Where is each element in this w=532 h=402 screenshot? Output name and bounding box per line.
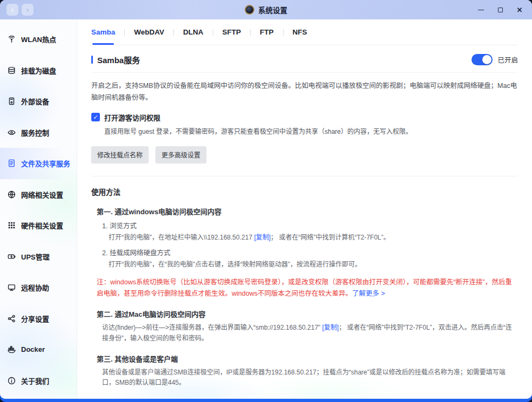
sidebar-item-label: Docker bbox=[21, 345, 45, 353]
copy-ip-link[interactable]: [复制] bbox=[254, 234, 271, 241]
sidebar: WLAN热点 挂载为磁盘 外部设备 服务控制 文件及共享服务 bbox=[0, 19, 77, 399]
wifi-hotspot-icon bbox=[7, 35, 16, 44]
tab-bar: Samba WebDAV DLNA SFTP FTP NFS bbox=[91, 19, 518, 45]
forward-button[interactable]: › bbox=[22, 4, 33, 16]
service-control-icon bbox=[7, 128, 16, 137]
toggle-knob bbox=[482, 55, 491, 64]
tab-nfs[interactable]: NFS bbox=[293, 20, 307, 44]
tab-dlna[interactable]: DLNA bbox=[183, 20, 204, 44]
remote-assist-icon bbox=[7, 283, 16, 292]
sidebar-item-label: 关于我们 bbox=[21, 376, 49, 386]
sidebar-item-docker[interactable]: Docker bbox=[0, 334, 77, 365]
close-button[interactable]: ✕ bbox=[513, 3, 527, 16]
usage-title: 使用方法 bbox=[91, 186, 518, 197]
mac-address-text: 访达(finder)—>前往—>连接服务器，在弹出界面输入“smb://192.… bbox=[102, 324, 322, 331]
maximize-icon bbox=[498, 8, 503, 12]
samba-toggle-area: 已开启 bbox=[472, 54, 518, 65]
sidebar-item-label: UPS管理 bbox=[21, 251, 50, 262]
window-title: 系统设置 bbox=[258, 4, 287, 15]
back-button[interactable]: ‹ bbox=[6, 4, 18, 16]
usage-windows-heading: 第一. 通过windows电脑访问极空间内容 bbox=[91, 206, 518, 216]
sidebar-item-external-device[interactable]: 外部设备 bbox=[0, 86, 77, 117]
window-controls: ✕ bbox=[474, 3, 527, 16]
tab-divider bbox=[173, 29, 174, 36]
desktop-background: ‹ › 系统设置 ✕ WLAN热点 bbox=[0, 0, 532, 402]
samba-description: 开启之后，支持SMB协议的设备能在局域网中访问你的极空间设备。比如电视端可以播放… bbox=[91, 80, 518, 104]
tab-divider bbox=[213, 29, 213, 36]
network-settings-icon bbox=[7, 190, 16, 199]
sidebar-item-label: 网络相关设置 bbox=[21, 189, 63, 200]
app-logo-icon bbox=[245, 5, 254, 15]
tab-webdav[interactable]: WebDAV bbox=[134, 20, 164, 44]
copy-smb-link[interactable]: [复制] bbox=[322, 324, 339, 331]
guest-access-description: 直接用账号 guest 登录，不需要输密码，游客只能查看极空间中设置为共享（sh… bbox=[104, 127, 518, 137]
advanced-settings-button[interactable]: 更多高级设置 bbox=[156, 146, 206, 163]
sidebar-item-hardware-settings[interactable]: 硬件相关设置 bbox=[0, 210, 77, 241]
usage-mac-detail: 访达(finder)—>前往—>连接服务器，在弹出界面输入“smb://192.… bbox=[91, 323, 518, 344]
tab-ftp[interactable]: FTP bbox=[260, 20, 274, 44]
guest-access-row: ✓ 打开游客访问权限 bbox=[91, 112, 518, 122]
section-title: Samba服务 bbox=[91, 54, 140, 65]
toggle-status-label: 已开启 bbox=[497, 54, 518, 65]
tab-sftp[interactable]: SFTP bbox=[223, 20, 241, 44]
mount-disk-icon bbox=[7, 66, 16, 75]
guest-access-label: 打开游客访问权限 bbox=[104, 112, 160, 122]
maximize-button[interactable] bbox=[493, 3, 507, 16]
about-info-icon bbox=[7, 376, 16, 385]
docker-icon bbox=[7, 345, 16, 354]
windows-warning-note: 注：windows系统切换账号（比如从游客切换成账号密码登录），或是改变权限（游… bbox=[91, 277, 518, 300]
tab-divider bbox=[283, 29, 284, 36]
external-device-icon bbox=[7, 97, 16, 106]
usage-other-heading: 第三. 其他设备或是客户端 bbox=[91, 353, 518, 364]
sidebar-item-wlan-hotspot[interactable]: WLAN热点 bbox=[0, 24, 77, 55]
system-settings-window: ‹ › 系统设置 ✕ WLAN热点 bbox=[0, 0, 532, 399]
ups-battery-icon bbox=[7, 252, 16, 261]
sidebar-item-remote-assist[interactable]: 远程协助 bbox=[0, 272, 77, 303]
usage-mac-heading: 第二. 通过Mac电脑访问极空间内容 bbox=[91, 309, 518, 319]
window-title-area: 系统设置 bbox=[0, 0, 532, 19]
minimize-icon bbox=[478, 10, 484, 10]
sidebar-item-mount-disk[interactable]: 挂载为磁盘 bbox=[0, 55, 77, 86]
guest-access-checkbox[interactable]: ✓ bbox=[91, 113, 100, 121]
sidebar-item-about-us[interactable]: 关于我们 bbox=[0, 365, 77, 397]
samba-enable-toggle[interactable] bbox=[472, 54, 493, 65]
tab-divider bbox=[124, 29, 125, 36]
sidebar-item-label: 硬件相关设置 bbox=[21, 220, 63, 230]
usage-windows-item2-detail: 打开“我的电脑”，在“我的电脑”点击右键，选择“映射网络驱动器”，按流程进行操作… bbox=[91, 260, 518, 270]
sidebar-item-service-control[interactable]: 服务控制 bbox=[0, 117, 77, 148]
samba-actions: 修改挂载点名称 更多高级设置 bbox=[91, 146, 518, 163]
sidebar-item-file-share-services[interactable]: 文件及共享服务 bbox=[0, 148, 77, 179]
sidebar-item-label: 挂载为磁盘 bbox=[21, 65, 56, 76]
share-settings-icon bbox=[7, 314, 16, 323]
sidebar-item-label: 分享设置 bbox=[21, 314, 49, 324]
sidebar-item-share-settings[interactable]: 分享设置 bbox=[0, 303, 77, 335]
samba-service-header: Samba服务 已开启 bbox=[91, 54, 518, 73]
usage-windows-item1-title: 1. 浏览方式 bbox=[91, 220, 518, 230]
sidebar-item-label: 远程协助 bbox=[21, 282, 49, 292]
tab-divider bbox=[250, 29, 251, 36]
sidebar-item-label: 外部设备 bbox=[21, 96, 49, 106]
usage-windows-item1-detail: 打开“我的电脑”，在地址栏中输入\\192.168.50.217 [复制]； 或… bbox=[91, 233, 518, 243]
sidebar-item-label: WLAN热点 bbox=[21, 34, 56, 44]
nav-buttons: ‹ › bbox=[6, 4, 33, 16]
sidebar-item-label: 服务控制 bbox=[21, 127, 49, 138]
title-bar: ‹ › 系统设置 ✕ bbox=[0, 0, 532, 19]
window-body: WLAN热点 挂载为磁盘 外部设备 服务控制 文件及共享服务 bbox=[0, 19, 532, 399]
windows-address-text: 打开“我的电脑”，在地址栏中输入\\192.168.50.217 bbox=[109, 234, 254, 241]
section-divider bbox=[91, 176, 518, 176]
sidebar-item-label: 文件及共享服务 bbox=[21, 158, 70, 168]
sidebar-item-ups-management[interactable]: UPS管理 bbox=[0, 241, 77, 272]
hardware-settings-icon bbox=[7, 221, 16, 230]
usage-windows-item2-title: 2. 挂载成网络硬盘方式 bbox=[91, 247, 518, 257]
usage-other-detail: 其他设备或是客户端通过SMB连接极空间，IP或是服务器为192.168.50.2… bbox=[91, 367, 518, 389]
sidebar-item-network-settings[interactable]: 网络相关设置 bbox=[0, 179, 77, 210]
file-share-icon bbox=[7, 159, 16, 168]
modify-mount-point-button[interactable]: 修改挂载点名称 bbox=[91, 146, 149, 163]
main-content: Samba WebDAV DLNA SFTP FTP NFS Samba服务 bbox=[77, 19, 532, 399]
learn-more-link[interactable]: 了解更多 > bbox=[352, 290, 385, 297]
tab-samba[interactable]: Samba bbox=[91, 20, 115, 44]
minimize-button[interactable] bbox=[474, 3, 488, 16]
warning-text: 注：windows系统切换账号（比如从游客切换成账号密码登录），或是改变权限（游… bbox=[97, 278, 512, 297]
windows-address-text-post: ； 或者在“网络”中找到计算机“T2-7F0L”。 bbox=[271, 234, 390, 241]
